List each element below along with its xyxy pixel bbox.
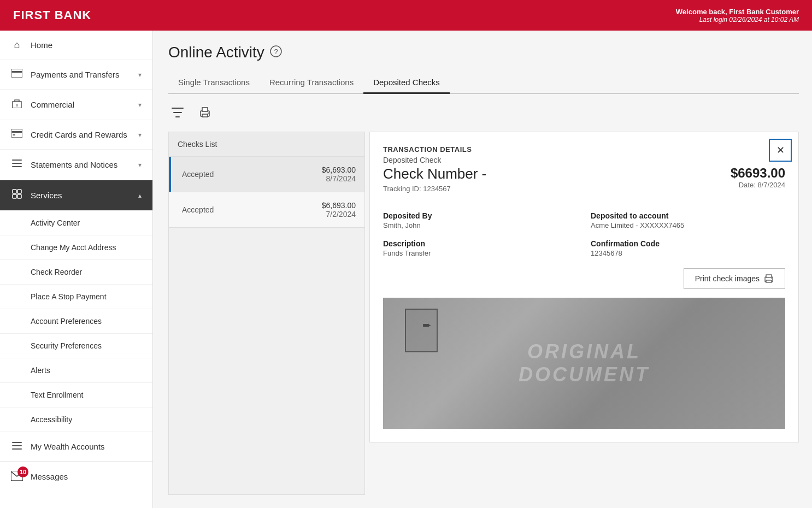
svg-rect-7 xyxy=(12,160,22,161)
svg-text:?: ? xyxy=(274,48,278,56)
sidebar-subitem-activity-center[interactable]: Activity Center xyxy=(0,211,152,235)
check-item[interactable]: Accepted $6,693.00 7/2/2024 xyxy=(169,192,364,228)
sidebar-subitem-alerts[interactable]: Alerts xyxy=(0,358,152,383)
sidebar-subitem-account-prefs[interactable]: Account Preferences xyxy=(0,309,152,334)
selected-indicator xyxy=(169,157,171,192)
messages-label: Messages xyxy=(31,472,68,481)
deposited-by-field: Deposited By Smith, John xyxy=(383,211,578,229)
details-panel: ✕ TRANSACTION DETAILS Deposited Check Ch… xyxy=(369,132,799,495)
tab-deposited-checks[interactable]: Deposited Checks xyxy=(363,72,450,94)
svg-rect-3 xyxy=(16,104,18,107)
svg-rect-11 xyxy=(17,190,21,193)
sidebar-item-label: Home xyxy=(31,40,142,50)
checks-panel: Checks List Accepted $6,693.00 8/7/2024 … xyxy=(168,132,365,495)
confirmation-label: Confirmation Code xyxy=(591,239,785,248)
amount-row: Check Number - Tracking ID: 1234567 $669… xyxy=(383,166,785,203)
chevron-down-icon: ▾ xyxy=(138,101,142,109)
description-label: Description xyxy=(383,239,578,248)
chevron-down-icon: ▾ xyxy=(138,71,142,79)
sidebar-item-statements[interactable]: Statements and Notices ▾ xyxy=(0,150,152,180)
subitem-label: Accessibility xyxy=(31,415,72,424)
svg-rect-26 xyxy=(766,280,772,282)
sidebar-item-label: Credit Cards and Rewards xyxy=(31,130,138,139)
sidebar-subitem-change-address[interactable]: Change My Acct Address xyxy=(0,235,152,260)
svg-point-27 xyxy=(771,278,772,279)
tracking-id: Tracking ID: 1234567 xyxy=(383,185,486,193)
chevron-down-icon: ▾ xyxy=(138,161,142,169)
check-status: Accepted xyxy=(182,170,214,179)
print-row: Print check images xyxy=(383,268,785,298)
svg-rect-14 xyxy=(12,442,22,443)
subitem-label: Change My Acct Address xyxy=(31,243,116,252)
checks-panel-header: Checks List xyxy=(169,132,364,157)
subitem-label: Place A Stop Payment xyxy=(31,292,107,301)
svg-rect-15 xyxy=(12,445,22,446)
print-label: Print check images xyxy=(695,274,760,283)
close-button[interactable]: ✕ xyxy=(769,139,792,162)
app-header: FIRST BANK Welcome back, First Bank Cust… xyxy=(0,0,812,31)
filter-button[interactable] xyxy=(168,105,187,123)
svg-rect-22 xyxy=(202,114,208,117)
svg-rect-25 xyxy=(766,275,772,277)
sidebar: ⌂ Home Payments and Transfers ▾ Com xyxy=(0,31,153,508)
print-check-images-button[interactable]: Print check images xyxy=(684,268,785,289)
main-container: ⌂ Home Payments and Transfers ▾ Com xyxy=(0,31,812,508)
svg-rect-5 xyxy=(11,131,22,133)
sidebar-item-payments[interactable]: Payments and Transfers ▾ xyxy=(0,60,152,90)
check-number: Check Number - xyxy=(383,166,486,182)
home-icon: ⌂ xyxy=(11,39,23,51)
chevron-up-icon: ▴ xyxy=(138,192,142,199)
messages-item[interactable]: 10 Messages xyxy=(0,462,152,491)
svg-rect-13 xyxy=(17,194,21,198)
print-button[interactable] xyxy=(196,105,214,123)
details-card: ✕ TRANSACTION DETAILS Deposited Check Ch… xyxy=(369,132,799,442)
svg-rect-0 xyxy=(11,69,22,78)
statements-icon xyxy=(11,158,23,171)
sidebar-item-commercial[interactable]: Commercial ▾ xyxy=(0,90,152,120)
sidebar-item-wealth[interactable]: My Wealth Accounts xyxy=(0,432,152,462)
svg-rect-21 xyxy=(202,108,208,111)
tab-single-transactions[interactable]: Single Transactions xyxy=(168,72,260,94)
svg-rect-10 xyxy=(13,190,16,193)
transaction-amount: $6693.00 xyxy=(731,166,785,181)
check-image: ➨ ORIGINALDOCUMENT xyxy=(383,298,785,429)
page-title-row: Online Activity ? xyxy=(168,44,799,61)
details-grid: Deposited By Smith, John Deposited to ac… xyxy=(383,211,785,257)
sidebar-subitem-stop-payment[interactable]: Place A Stop Payment xyxy=(0,285,152,309)
panels: Checks List Accepted $6,693.00 8/7/2024 … xyxy=(168,132,799,495)
last-login: Last login 02/26/2024 at 10:02 AM xyxy=(676,16,799,23)
sidebar-item-label: Services xyxy=(31,191,138,200)
help-icon[interactable]: ? xyxy=(270,45,282,60)
check-amount: $6,693.00 7/2/2024 xyxy=(322,201,356,218)
deposited-to-label: Deposited to account xyxy=(591,211,785,220)
confirmation-value: 12345678 xyxy=(591,249,785,257)
sidebar-item-credit-cards[interactable]: Credit Cards and Rewards ▾ xyxy=(0,120,152,150)
check-item[interactable]: Accepted $6,693.00 8/7/2024 xyxy=(169,157,364,192)
logo: FIRST BANK xyxy=(13,8,91,22)
subitem-label: Text Enrollment xyxy=(31,391,83,399)
services-icon xyxy=(11,189,23,202)
sidebar-subitem-text-enrollment[interactable]: Text Enrollment xyxy=(0,383,152,407)
sidebar-item-label: My Wealth Accounts xyxy=(31,442,142,451)
sidebar-subitem-check-reorder[interactable]: Check Reorder xyxy=(0,260,152,285)
sidebar-item-services[interactable]: Services ▴ xyxy=(0,180,152,211)
confirmation-field: Confirmation Code 12345678 xyxy=(591,239,785,257)
sidebar-item-label: Payments and Transfers xyxy=(31,70,138,79)
page-title: Online Activity xyxy=(168,44,264,61)
header-welcome: Welcome back, First Bank Customer Last l… xyxy=(676,8,799,23)
subitem-label: Alerts xyxy=(31,366,50,375)
svg-rect-8 xyxy=(12,163,22,164)
deposited-to-value: Acme Limited - XXXXXX7465 xyxy=(591,221,785,229)
sidebar-subitem-accessibility[interactable]: Accessibility xyxy=(0,407,152,432)
messages-badge: 10 xyxy=(17,466,28,477)
tabs: Single Transactions Recurring Transactio… xyxy=(168,72,799,94)
welcome-name: Welcome back, First Bank Customer xyxy=(676,8,799,16)
sidebar-subitem-security-prefs[interactable]: Security Preferences xyxy=(0,334,152,358)
check-image-box xyxy=(405,309,438,352)
sidebar-item-home[interactable]: ⌂ Home xyxy=(0,31,152,60)
description-field: Description Funds Transfer xyxy=(383,239,578,257)
credit-card-icon xyxy=(11,129,23,140)
tab-recurring-transactions[interactable]: Recurring Transactions xyxy=(260,72,363,94)
svg-rect-16 xyxy=(12,448,22,450)
svg-rect-1 xyxy=(11,71,22,73)
